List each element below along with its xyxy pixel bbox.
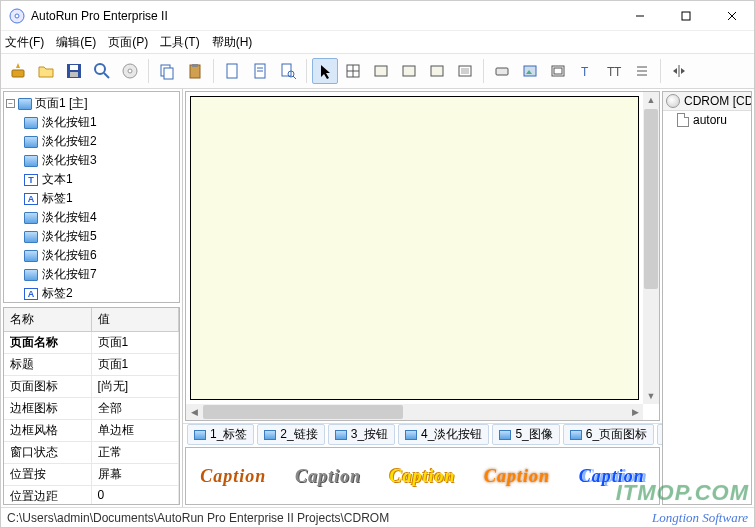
panel3-icon[interactable] (424, 58, 450, 84)
property-row[interactable]: 页面图标[尚无] (4, 376, 179, 398)
menu-item[interactable]: 页面(P) (108, 34, 148, 51)
open-icon[interactable] (33, 58, 59, 84)
menu-item[interactable]: 工具(T) (160, 34, 199, 51)
cursor-icon[interactable] (312, 58, 338, 84)
project-root[interactable]: CDROM [CD- (663, 92, 751, 111)
brand-label: Longtion Software (652, 510, 748, 526)
scroll-right-icon[interactable]: ▶ (627, 404, 643, 420)
tree-item[interactable]: 淡化按钮6 (6, 246, 177, 265)
property-row[interactable]: 边框图标全部 (4, 398, 179, 420)
picture-icon[interactable] (452, 58, 478, 84)
caption-sample[interactable]: Caption (579, 466, 645, 487)
window-title: AutoRun Pro Enterprise II (31, 9, 626, 23)
close-button[interactable] (718, 6, 746, 26)
caption-sample[interactable]: Caption (295, 466, 361, 487)
grid-icon[interactable] (340, 58, 366, 84)
property-grid[interactable]: 名称 值 页面名称页面1标题页面1页面图标[尚无]边框图标全部边框风格单边框窗口… (3, 307, 180, 505)
tree-item[interactable]: 淡化按钮4 (6, 208, 177, 227)
vertical-scrollbar[interactable]: ▲ ▼ (643, 92, 659, 404)
menu-item[interactable]: 帮助(H) (212, 34, 253, 51)
minimize-button[interactable] (626, 6, 654, 26)
toolbar-separator (660, 59, 661, 83)
tree-item[interactable]: 淡化按钮7 (6, 265, 177, 284)
tree-item[interactable]: 淡化按钮5 (6, 227, 177, 246)
zoom-icon[interactable] (89, 58, 115, 84)
svg-rect-31 (403, 66, 415, 76)
property-value[interactable]: [尚无] (92, 376, 180, 397)
tree-item[interactable]: 淡化按钮2 (6, 132, 177, 151)
menu-item[interactable]: 文件(F) (5, 34, 44, 51)
component-tab[interactable]: 2_链接 (257, 424, 324, 445)
object-tree[interactable]: − 页面1 [主] 淡化按钮1淡化按钮2淡化按钮3T文本1A标签1淡化按钮4淡化… (3, 91, 180, 303)
tab-icon (335, 430, 347, 440)
scroll-down-icon[interactable]: ▼ (643, 388, 659, 404)
property-row[interactable]: 位置边距0 (4, 486, 179, 504)
prop-col-name[interactable]: 名称 (4, 308, 92, 331)
window-node-icon (24, 269, 38, 281)
titlebar: AutoRun Pro Enterprise II (1, 1, 754, 31)
property-row[interactable]: 边框风格单边框 (4, 420, 179, 442)
paste-icon[interactable] (182, 58, 208, 84)
scroll-thumb-v[interactable] (644, 109, 658, 289)
tree-item[interactable]: A标签1 (6, 189, 177, 208)
svg-text:T: T (581, 65, 589, 79)
prop-col-value[interactable]: 值 (92, 308, 180, 331)
property-value[interactable]: 正常 (92, 442, 180, 463)
property-name: 标题 (4, 354, 92, 375)
tree-item[interactable]: 淡化按钮1 (6, 113, 177, 132)
cd-icon[interactable] (117, 58, 143, 84)
tab-label: 4_淡化按钮 (421, 426, 482, 443)
list-icon[interactable] (629, 58, 655, 84)
property-row[interactable]: 窗口状态正常 (4, 442, 179, 464)
tree-item-label: 淡化按钮5 (42, 228, 97, 245)
maximize-button[interactable] (672, 6, 700, 26)
property-row[interactable]: 位置按屏幕 (4, 464, 179, 486)
horizontal-scrollbar[interactable]: ◀ ▶ (186, 404, 643, 420)
copy-icon[interactable] (154, 58, 180, 84)
save-icon[interactable] (61, 58, 87, 84)
scroll-left-icon[interactable]: ◀ (186, 404, 202, 420)
scroll-thumb-h[interactable] (203, 405, 403, 419)
property-value[interactable]: 页面1 (92, 354, 180, 375)
property-name: 页面名称 (4, 332, 92, 353)
property-row[interactable]: 标题页面1 (4, 354, 179, 376)
property-value[interactable]: 0 (92, 486, 180, 504)
button-icon[interactable] (489, 58, 515, 84)
frame-icon[interactable] (545, 58, 571, 84)
tree-item[interactable]: A标签2 (6, 284, 177, 303)
tree-root[interactable]: − 页面1 [主] (6, 94, 177, 113)
property-value[interactable]: 屏幕 (92, 464, 180, 485)
panel-icon[interactable] (368, 58, 394, 84)
tree-item[interactable]: T文本1 (6, 170, 177, 189)
component-tab[interactable]: 5_图像 (492, 424, 559, 445)
property-value[interactable]: 全部 (92, 398, 180, 419)
project-panel[interactable]: CDROM [CD- autoru (662, 91, 752, 505)
property-value[interactable]: 页面1 (92, 332, 180, 353)
page-find-icon[interactable] (275, 58, 301, 84)
component-tab[interactable]: 3_按钮 (328, 424, 395, 445)
tab-icon (194, 430, 206, 440)
splitter-icon[interactable] (666, 58, 692, 84)
component-tab[interactable]: 6_页面图标 (563, 424, 654, 445)
caption-sample[interactable]: Caption (389, 466, 455, 487)
page-icon[interactable] (247, 58, 273, 84)
text-icon[interactable]: T (573, 58, 599, 84)
new-page-icon[interactable] (219, 58, 245, 84)
project-file[interactable]: autoru (663, 111, 751, 129)
collapse-icon[interactable]: − (6, 99, 15, 108)
design-canvas[interactable] (190, 96, 639, 400)
tree-item[interactable]: 淡化按钮3 (6, 151, 177, 170)
scroll-up-icon[interactable]: ▲ (643, 92, 659, 108)
component-tab[interactable]: 4_淡化按钮 (398, 424, 489, 445)
caption-sample[interactable]: Caption (484, 466, 550, 487)
component-tab[interactable]: 1_标签 (187, 424, 254, 445)
property-value[interactable]: 单边框 (92, 420, 180, 441)
image-icon[interactable] (517, 58, 543, 84)
panel2-icon[interactable] (396, 58, 422, 84)
caption-sample[interactable]: Caption (200, 466, 266, 487)
text-tool-icon[interactable]: TT (601, 58, 627, 84)
svg-rect-16 (164, 68, 173, 79)
property-row[interactable]: 页面名称页面1 (4, 332, 179, 354)
wizard-icon[interactable] (5, 58, 31, 84)
menu-item[interactable]: 编辑(E) (56, 34, 96, 51)
